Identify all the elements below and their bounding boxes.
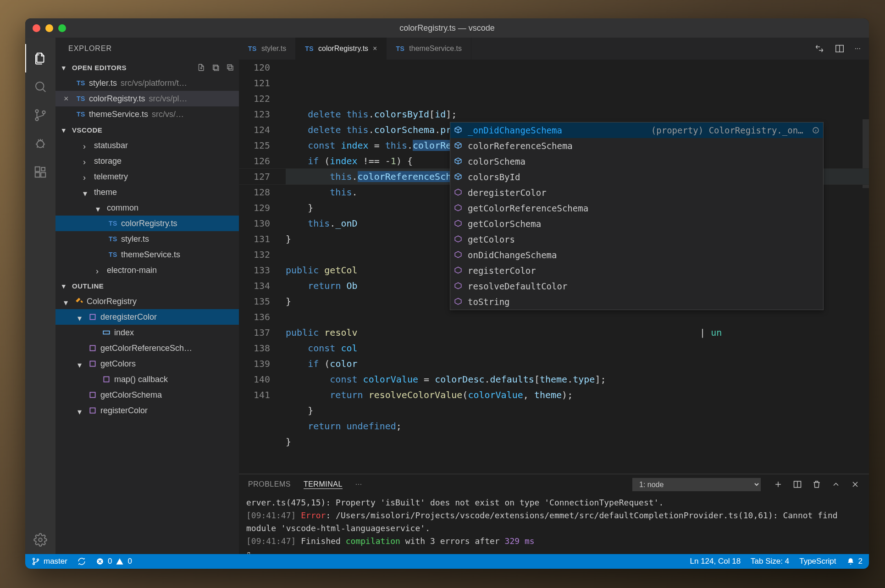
status-tabsize[interactable]: Tab Size: 4 (751, 557, 789, 566)
zoom-window-button[interactable] (58, 24, 66, 32)
save-all-icon[interactable] (211, 63, 220, 72)
terminal-select[interactable]: 1: node (632, 478, 761, 491)
status-branch[interactable]: master (32, 557, 67, 566)
status-language[interactable]: TypeScript (799, 557, 836, 566)
open-editor-item[interactable]: TS themeService.ts src/vs/… (55, 106, 239, 122)
activity-explorer[interactable] (25, 44, 55, 72)
file-tree-item[interactable]: TS styler.ts (55, 231, 239, 247)
file-tree-item[interactable]: › statusbar (55, 138, 239, 153)
code-line[interactable]: const colorValue = colorDesc.defaults[th… (286, 372, 869, 387)
file-tree-item[interactable]: ▾ common (55, 200, 239, 216)
suggest-item[interactable]: getColorSchema (450, 216, 823, 232)
panel-tab-terminal[interactable]: TERMINAL (304, 480, 343, 489)
symbol-icon (88, 360, 97, 368)
editor[interactable]: 1201211221231241251261271281291301311321… (239, 60, 869, 474)
file-tree-item[interactable]: › storage (55, 153, 239, 169)
bug-icon (33, 137, 47, 150)
suggest-item[interactable]: colorReferenceSchema (450, 138, 823, 154)
close-window-button[interactable] (33, 24, 40, 32)
suggest-item[interactable]: onDidChangeSchema (450, 247, 823, 263)
editor-tab[interactable]: TScolorRegistry.ts× (296, 38, 387, 60)
gear-icon (33, 533, 47, 547)
new-terminal-icon[interactable] (774, 480, 783, 489)
suggest-item[interactable]: deregisterColor (450, 185, 823, 200)
outline-item[interactable]: ▾ ColorRegistry (55, 294, 239, 309)
panel-tab-problems[interactable]: PROBLEMS (248, 480, 291, 488)
chevron-down-icon: ▾ (83, 189, 90, 196)
close-icon[interactable]: × (64, 94, 73, 104)
outline-item[interactable]: ▾ deregisterColor (55, 309, 239, 325)
status-cursor[interactable]: Ln 124, Col 18 (690, 557, 741, 566)
open-editor-item[interactable]: ×TS colorRegistry.ts src/vs/pl… (55, 91, 239, 106)
bottom-panel: PROBLEMS TERMINAL ··· 1: node e (239, 474, 869, 554)
suggest-item[interactable]: getColors (450, 232, 823, 247)
outline-item[interactable]: ▾ registerColor (55, 403, 239, 418)
code-line[interactable]: public resolv | un (286, 325, 869, 340)
split-terminal-icon[interactable] (793, 480, 802, 489)
outline-item[interactable]: index (55, 325, 239, 340)
sidebar-title: EXPLORER (55, 38, 239, 60)
activity-source-control[interactable] (25, 101, 55, 129)
activity-debug[interactable] (25, 129, 55, 158)
code-line[interactable]: } (286, 434, 869, 449)
status-notifications[interactable]: 2 (846, 557, 863, 566)
minimize-window-button[interactable] (45, 24, 53, 32)
svg-rect-18 (103, 331, 110, 334)
status-problems[interactable]: 0 0 (96, 557, 132, 566)
code-line[interactable]: if (color (286, 356, 869, 372)
outline-header[interactable]: ▾ OUTLINE (55, 278, 239, 294)
file-tree-item[interactable]: TS themeService.ts (55, 247, 239, 262)
code-line[interactable]: const col (286, 340, 869, 356)
suggest-item[interactable]: registerColor (450, 263, 823, 278)
activity-extensions[interactable] (25, 158, 55, 186)
symbol-icon (88, 391, 97, 399)
file-tree-item[interactable]: › telemetry (55, 169, 239, 184)
split-editor-icon[interactable] (835, 44, 845, 54)
code-line[interactable]: return resolveColorValue(colorValue, the… (286, 387, 869, 403)
svg-point-3 (35, 118, 38, 121)
workspace-header[interactable]: ▾ VSCODE (55, 122, 239, 138)
more-icon[interactable]: ··· (855, 44, 861, 53)
close-icon[interactable]: × (373, 44, 377, 53)
code-content[interactable]: delete this.colorsById[id]; delete this.… (280, 60, 869, 474)
suggest-item[interactable]: colorSchema (450, 154, 823, 169)
intellisense-popup[interactable]: _onDidChangeSchema(property) ColorRegist… (450, 122, 824, 310)
svg-rect-15 (227, 65, 232, 69)
symbol-icon (454, 297, 463, 306)
terminal-output[interactable]: erver.ts(475,15): Property 'isBuilt' doe… (239, 494, 869, 554)
outline-item[interactable]: ▾ getColors (55, 356, 239, 372)
editor-tab[interactable]: TSthemeService.ts (387, 38, 471, 60)
compare-icon[interactable] (814, 44, 824, 54)
suggest-item[interactable]: toString (450, 294, 823, 310)
new-file-icon[interactable] (197, 63, 205, 72)
close-icon[interactable] (851, 480, 860, 489)
suggest-item[interactable]: _onDidChangeSchema(property) ColorRegist… (450, 122, 823, 138)
code-line[interactable]: } (286, 403, 869, 418)
file-tree-item[interactable]: TS colorRegistry.ts (55, 216, 239, 231)
open-editors-header[interactable]: ▾ OPEN EDITORS (55, 60, 239, 75)
svg-rect-8 (41, 172, 45, 177)
suggest-item[interactable]: getColorReferenceSchema (450, 200, 823, 216)
code-line[interactable] (286, 309, 869, 325)
ts-icon: TS (77, 95, 85, 102)
activity-search[interactable] (25, 72, 55, 101)
chevron-up-icon[interactable] (831, 480, 841, 489)
code-line[interactable]: return undefined; (286, 418, 869, 434)
status-sync[interactable] (77, 557, 86, 566)
suggest-item[interactable]: resolveDefaultColor (450, 278, 823, 294)
status-bar: master 0 0 Ln 124, Col 18 Tab Size: 4 Ty… (25, 554, 869, 569)
svg-point-35 (33, 558, 35, 560)
editor-tab[interactable]: TSstyler.ts (239, 38, 296, 60)
outline-item[interactable]: map() callback (55, 372, 239, 387)
file-tree-item[interactable]: ▾ theme (55, 184, 239, 200)
activity-settings[interactable] (25, 526, 55, 554)
outline-item[interactable]: getColorReferenceSch… (55, 340, 239, 356)
code-line[interactable]: delete this.colorsById[id]; (286, 106, 869, 122)
open-editor-item[interactable]: TS styler.ts src/vs/platform/t… (55, 75, 239, 91)
file-tree-item[interactable]: › electron-main (55, 262, 239, 278)
more-icon[interactable]: ··· (355, 480, 362, 488)
outline-item[interactable]: getColorSchema (55, 387, 239, 403)
suggest-item[interactable]: colorsById (450, 169, 823, 185)
trash-icon[interactable] (812, 480, 821, 489)
close-all-icon[interactable] (226, 63, 234, 72)
